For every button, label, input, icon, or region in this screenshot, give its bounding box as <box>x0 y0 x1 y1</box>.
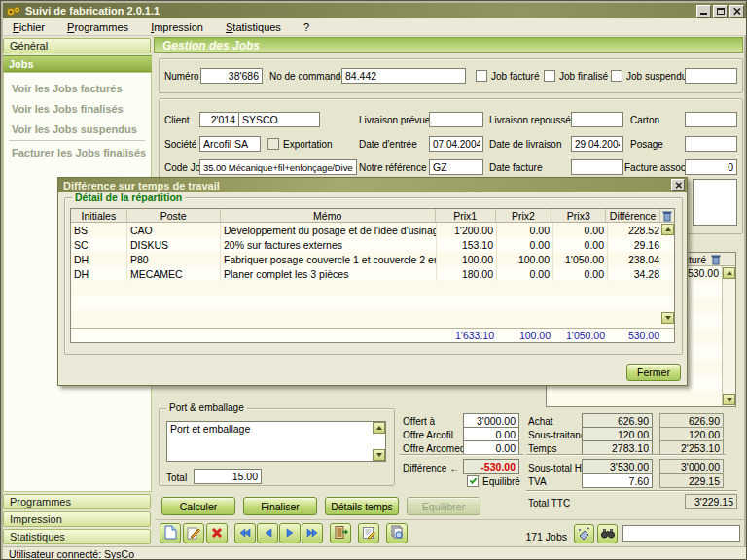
job-extra-field[interactable] <box>685 68 737 84</box>
clear-search-button[interactable] <box>574 524 594 543</box>
dialog-close-button[interactable] <box>671 179 685 191</box>
minimize-button[interactable] <box>696 5 711 18</box>
date-facture-field[interactable] <box>571 159 623 175</box>
job-suspendu-checkbox[interactable] <box>611 70 622 82</box>
first-record-button[interactable] <box>234 523 256 543</box>
equilibrer-button[interactable]: Equilibrer <box>407 497 480 515</box>
table-row-empty[interactable] <box>71 281 674 296</box>
port-memo-field[interactable]: Port et emballage <box>166 421 386 462</box>
cell-initiales: BS <box>71 223 127 237</box>
trash-icon[interactable] <box>660 209 674 222</box>
col-difference[interactable]: Différence <box>606 209 660 222</box>
offre-arcomec-field[interactable] <box>463 440 519 455</box>
facture-associee-field[interactable] <box>685 159 737 175</box>
remarks-field[interactable] <box>693 179 737 226</box>
facture-scrollbar[interactable] <box>722 266 735 406</box>
livraison-repoussee-field[interactable] <box>571 112 623 127</box>
trash-icon[interactable] <box>711 254 721 267</box>
cell-initiales: SC <box>71 237 127 252</box>
carton-field[interactable] <box>685 112 737 127</box>
col-prix1[interactable]: Prix1 <box>436 209 496 222</box>
cell-memo: Développement du posage et de l'idée d'u… <box>221 223 437 237</box>
close-button[interactable] <box>729 5 744 18</box>
job-facture-checkbox[interactable] <box>476 70 487 82</box>
preview-button[interactable] <box>386 523 408 543</box>
notre-reference-field[interactable] <box>429 159 483 175</box>
col-memo[interactable]: Mémo <box>221 209 436 222</box>
exportation-checkbox[interactable] <box>267 138 279 150</box>
table-row-empty[interactable] <box>71 310 674 325</box>
details-temps-button[interactable]: Détails temps <box>325 497 399 515</box>
scroll-down-icon[interactable] <box>723 394 735 405</box>
scroll-down-icon[interactable] <box>661 312 674 324</box>
client-name-field[interactable] <box>238 112 320 127</box>
offre-arcofil-field[interactable] <box>463 427 519 441</box>
table-row[interactable]: DH MECAMEC Planer complet les 3 pièces 1… <box>71 266 674 281</box>
tva-rate-field[interactable] <box>582 473 653 488</box>
table-row[interactable]: SC DISKUS 20% sur factures externes 153.… <box>71 237 674 252</box>
scroll-up-icon[interactable] <box>661 224 674 235</box>
facture-row-empty[interactable] <box>547 391 735 406</box>
menu-statistiques[interactable]: Statistiques <box>216 18 291 33</box>
client-number-field[interactable] <box>199 112 239 127</box>
col-initiales[interactable]: Initiales <box>71 209 127 222</box>
cell-prix3: 0.00 <box>553 237 608 252</box>
previous-record-button[interactable] <box>257 523 278 543</box>
sidebar-section-jobs[interactable]: Jobs <box>3 55 152 72</box>
col-poste[interactable]: Poste <box>127 209 221 222</box>
total-prix2: 100.00 <box>497 329 553 342</box>
menu-programmes[interactable]: Programmes <box>57 18 138 33</box>
exit-button[interactable] <box>330 523 351 543</box>
report-button[interactable] <box>358 523 379 543</box>
search-input[interactable] <box>622 525 740 542</box>
new-record-button[interactable] <box>160 523 181 543</box>
cell-difference: 228.52 <box>608 223 662 237</box>
edit-record-button[interactable] <box>183 523 204 543</box>
next-record-button[interactable] <box>279 523 301 543</box>
dialog-title-bar[interactable]: Différence sur temps de travail <box>58 178 687 192</box>
equilibre-checkbox[interactable] <box>467 475 479 487</box>
cell-prix3: 0.00 <box>553 266 608 281</box>
sidebar-item-voir-jobs-factures[interactable]: Voir les Jobs facturés <box>12 83 123 94</box>
total-ttc-label: Total TTC <box>528 498 570 508</box>
last-record-button[interactable] <box>302 523 323 543</box>
scroll-down-icon[interactable] <box>373 449 385 461</box>
commande-field[interactable] <box>341 68 466 84</box>
date-entree-field[interactable] <box>429 136 483 152</box>
maximize-button[interactable] <box>713 5 728 18</box>
menu-impression[interactable]: Impression <box>141 18 213 33</box>
job-finalise-checkbox[interactable] <box>544 70 555 82</box>
sidebar-item-statistiques[interactable]: Statistiques <box>3 529 151 544</box>
calculer-button[interactable]: Calculer <box>161 497 235 515</box>
date-livraison-field[interactable] <box>571 136 623 152</box>
temps-fact-field <box>659 440 724 455</box>
fermer-button[interactable]: Fermer <box>626 364 681 381</box>
scroll-up-icon[interactable] <box>373 422 385 434</box>
table-row[interactable]: BS CAO Développement du posage et de l'i… <box>71 223 674 237</box>
table-row-empty[interactable] <box>71 296 674 310</box>
sidebar-item-facturer-jobs-finalises[interactable]: Facturer les Jobs finalisés <box>12 147 146 158</box>
port-total-field[interactable] <box>194 469 262 484</box>
search-button[interactable] <box>597 524 618 543</box>
sidebar-item-impression[interactable]: Impression <box>3 511 151 527</box>
livraison-prevue-field[interactable] <box>429 112 483 127</box>
societe-field[interactable] <box>199 136 261 152</box>
posage-field[interactable] <box>685 136 737 152</box>
col-prix3[interactable]: Prix3 <box>551 209 606 222</box>
delete-record-button[interactable] <box>206 523 228 543</box>
codejob-field[interactable] <box>199 159 357 175</box>
numero-field[interactable] <box>200 68 263 84</box>
sidebar-item-programmes[interactable]: Programmes <box>3 494 151 509</box>
menu-help[interactable]: ? <box>294 18 319 33</box>
sidebar-item-voir-jobs-finalises[interactable]: Voir les Jobs finalisés <box>12 103 124 115</box>
finaliser-button[interactable]: Finaliser <box>243 497 317 515</box>
col-prix2[interactable]: Prix2 <box>496 209 552 222</box>
scroll-up-icon[interactable] <box>723 267 735 279</box>
repartition-table: Initiales Poste Mémo Prix1 Prix2 Prix3 D… <box>70 208 675 343</box>
offert-field[interactable] <box>463 413 519 428</box>
menu-fichier[interactable]: Fichier <box>3 18 54 33</box>
tva-amount-field <box>659 473 724 488</box>
table-row[interactable]: DH P80 Fabriquer posage couvercle 1 et c… <box>71 252 674 266</box>
sidebar-item-voir-jobs-suspendus[interactable]: Voir les Jobs suspendus <box>12 123 137 135</box>
sidebar-item-general[interactable]: Général <box>3 38 151 53</box>
